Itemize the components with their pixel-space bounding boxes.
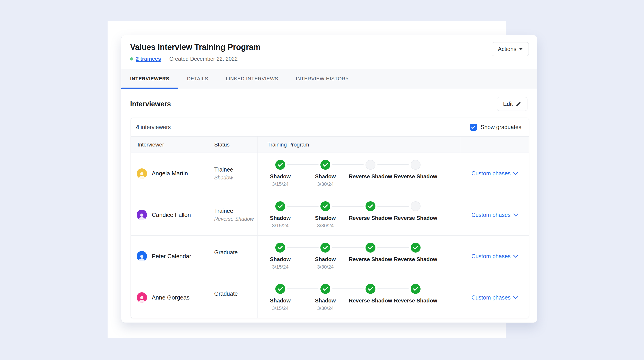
step-label: Reverse Shadow: [394, 173, 437, 180]
edit-button-label: Edit: [503, 101, 513, 107]
step-label: Shadow: [315, 297, 336, 304]
edit-button[interactable]: Edit: [497, 97, 528, 111]
step-status-icon: [320, 243, 330, 253]
training-step: Shadow 3/30/24: [303, 160, 348, 187]
pencil-icon: [516, 101, 521, 107]
table-topbar: 4 interviewers Show graduates: [131, 118, 529, 137]
chevron-down-icon: [513, 213, 518, 216]
show-graduates-label: Show graduates: [480, 124, 521, 130]
status-text: Trainee: [214, 208, 233, 214]
step-label: Shadow: [315, 256, 336, 262]
custom-phases-link[interactable]: Custom phases: [472, 170, 518, 177]
interviewer-count: 4 interviewers: [136, 124, 171, 130]
custom-phases-link[interactable]: Custom phases: [472, 294, 518, 301]
trainees-status-dot: [130, 57, 133, 61]
step-status-icon: [366, 201, 376, 211]
step-status-icon: [366, 243, 376, 253]
interviewer-count-number: 4: [136, 124, 139, 130]
tab-interview-history[interactable]: INTERVIEW HISTORY: [287, 69, 358, 89]
avatar: [137, 251, 147, 261]
step-label: Reverse Shadow: [349, 297, 392, 304]
actions-button[interactable]: Actions: [492, 42, 529, 56]
section-heading: Interviewers: [130, 100, 171, 108]
person-icon: [138, 254, 146, 261]
step-status-icon: [410, 201, 420, 211]
step-date: 3/30/24: [317, 305, 334, 311]
column-header-status: Status: [214, 137, 257, 153]
card-header: Values Interview Training Program 2 trai…: [121, 35, 537, 62]
step-date: 3/15/24: [272, 181, 288, 187]
caret-down-icon: [519, 48, 523, 50]
status-cell: Graduate: [214, 277, 257, 318]
training-program-cell: Shadow 3/15/24 Shadow 3/30/24 Reverse Sh…: [257, 277, 461, 318]
status-detail-text: Shadow: [214, 175, 233, 181]
show-graduates-control[interactable]: Show graduates: [470, 124, 521, 131]
meta-row: 2 trainees Created December 22, 2022: [130, 56, 529, 62]
training-step: Reverse Shadow: [348, 201, 393, 229]
chevron-down-icon: [513, 296, 518, 299]
show-graduates-checkbox[interactable]: [470, 124, 477, 131]
person-icon: [138, 213, 146, 220]
training-step: Reverse Shadow: [393, 284, 438, 311]
step-date: 3/15/24: [272, 223, 288, 229]
custom-phases-link[interactable]: Custom phases: [472, 253, 518, 260]
step-date: 3/30/24: [317, 264, 334, 270]
step-status-icon: [410, 160, 420, 170]
interviewer-count-suffix: interviewers: [139, 124, 171, 130]
step-date: 3/15/24: [272, 264, 288, 270]
person-icon: [138, 172, 146, 179]
step-label: Reverse Shadow: [349, 256, 392, 262]
custom-phases-label: Custom phases: [472, 294, 511, 301]
trainees-link[interactable]: 2 trainees: [136, 56, 161, 62]
step-status-icon: [275, 284, 285, 294]
step-label: Shadow: [270, 173, 291, 180]
tab-linked-interviews[interactable]: LINKED INTERVIEWS: [217, 69, 287, 89]
column-header-interviewer: Interviewer: [131, 137, 214, 153]
created-date-text: Created December 22, 2022: [169, 56, 238, 62]
training-step: Reverse Shadow: [393, 160, 438, 187]
avatar: [137, 292, 147, 303]
training-program-cell: Shadow 3/15/24 Shadow 3/30/24 Reverse Sh…: [257, 194, 461, 235]
step-status-icon: [410, 284, 420, 294]
meta-separator: [165, 56, 165, 62]
tab-interviewers[interactable]: INTERVIEWERS: [121, 69, 178, 89]
step-status-icon: [410, 243, 420, 253]
step-status-icon: [275, 201, 285, 211]
training-steps: Shadow 3/15/24 Shadow 3/30/24 Reverse Sh…: [258, 284, 461, 311]
step-date: 3/30/24: [317, 181, 334, 187]
phases-cell: Custom phases: [461, 277, 529, 318]
tab-details[interactable]: DETAILS: [178, 69, 217, 89]
interviewer-cell: Candice Fallon: [131, 194, 214, 235]
training-step: Shadow 3/30/24: [303, 243, 348, 270]
custom-phases-label: Custom phases: [472, 212, 511, 218]
table-row: Angela Martin Trainee Shadow Shadow 3/15…: [131, 153, 529, 194]
training-program-card: Values Interview Training Program 2 trai…: [121, 35, 537, 323]
status-cell: Graduate: [214, 236, 257, 277]
step-label: Shadow: [270, 297, 291, 304]
training-step: Shadow 3/15/24: [258, 160, 303, 187]
person-icon: [138, 295, 146, 303]
chevron-down-icon: [513, 172, 518, 175]
step-label: Reverse Shadow: [349, 173, 392, 180]
interviewer-name: Candice Fallon: [152, 211, 191, 218]
column-header-actions: [461, 137, 529, 153]
step-label: Shadow: [270, 215, 291, 221]
custom-phases-link[interactable]: Custom phases: [472, 212, 518, 218]
phases-cell: Custom phases: [461, 194, 529, 235]
table-row: Peter Calendar Graduate Shadow 3/15/24 S…: [131, 235, 529, 277]
phases-cell: Custom phases: [461, 153, 529, 194]
step-status-icon: [366, 284, 376, 294]
interviewer-name: Peter Calendar: [152, 253, 191, 260]
training-step: Shadow 3/15/24: [258, 284, 303, 311]
training-step: Reverse Shadow: [393, 243, 438, 270]
step-date: 3/15/24: [272, 305, 288, 311]
status-cell: Trainee Reverse Shadow: [214, 194, 257, 235]
chevron-down-icon: [513, 255, 518, 258]
step-status-icon: [366, 160, 376, 170]
training-steps: Shadow 3/15/24 Shadow 3/30/24 Reverse Sh…: [258, 243, 461, 270]
step-label: Shadow: [315, 215, 336, 221]
step-label: Reverse Shadow: [349, 215, 392, 221]
table-row: Candice Fallon Trainee Reverse Shadow Sh…: [131, 194, 529, 235]
table-row: Anne Gorgeas Graduate Shadow 3/15/24 Sha…: [131, 277, 529, 318]
table-header-row: Interviewer Status Training Program: [131, 137, 529, 153]
